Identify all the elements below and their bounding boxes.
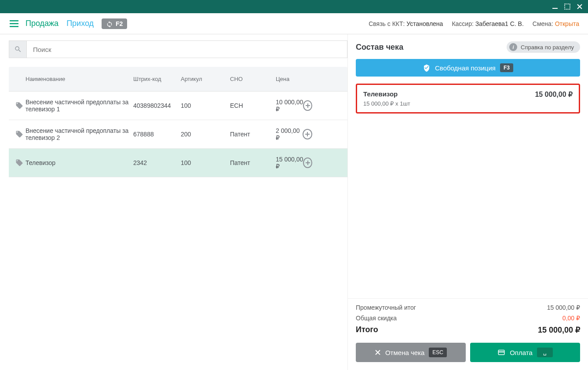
cancel-receipt-button[interactable]: Отмена чека ESC bbox=[356, 343, 466, 362]
table-row[interactable]: Внесение частичной предоплаты за телевиз… bbox=[9, 120, 347, 149]
pay-button[interactable]: Оплата ␣ bbox=[470, 343, 580, 362]
cell-name: Внесение частичной предоплаты за телевиз… bbox=[26, 99, 133, 113]
receipt-item-name: Телевизор bbox=[363, 90, 398, 98]
subtotal-value: 15 000,00 ₽ bbox=[547, 304, 580, 311]
cell-sno: Патент bbox=[230, 131, 276, 138]
help-button[interactable]: i Справка по разделу bbox=[507, 41, 580, 53]
info-icon: i bbox=[509, 43, 517, 51]
catalog-panel: Наименование Штрих-код Артикул СНО Цена … bbox=[0, 34, 347, 370]
add-item-button[interactable] bbox=[303, 129, 312, 139]
cell-sno: Патент bbox=[230, 159, 276, 166]
cell-article: 200 bbox=[181, 131, 230, 138]
add-item-button[interactable] bbox=[303, 158, 312, 168]
cell-barcode: 40389802344 bbox=[133, 102, 181, 109]
svg-rect-1 bbox=[565, 4, 570, 9]
window-titlebar bbox=[0, 0, 588, 13]
f3-key-badge: F3 bbox=[500, 63, 513, 72]
receipt-item[interactable]: Телевизор15 000,00 ₽15 000,00 ₽ х 1шт bbox=[356, 84, 580, 114]
close-icon[interactable] bbox=[577, 4, 583, 10]
status-cashier: Кассир: Забегаева1 С. В. bbox=[452, 20, 523, 27]
search-input[interactable] bbox=[26, 40, 347, 58]
svg-rect-5 bbox=[10, 23, 18, 24]
minimize-icon[interactable] bbox=[552, 4, 558, 10]
grand-total-label: Итого bbox=[356, 325, 378, 335]
f2-key-label: F2 bbox=[116, 20, 123, 27]
tag-icon bbox=[13, 159, 26, 167]
col-header-sno: СНО bbox=[230, 76, 276, 82]
add-item-button[interactable] bbox=[303, 100, 312, 111]
maximize-icon[interactable] bbox=[564, 4, 570, 10]
app-header: Продажа Приход F2 Связь с ККТ: Установле… bbox=[0, 13, 588, 34]
cell-sno: ЕСН bbox=[230, 102, 276, 109]
table-row[interactable]: Телевизор2342100Патент15 000,00 ₽ bbox=[9, 149, 347, 177]
discount-label: Общая скидка bbox=[356, 315, 397, 322]
cell-price: 15 000,00 ₽ bbox=[276, 156, 303, 170]
product-table: Наименование Штрих-код Артикул СНО Цена … bbox=[9, 67, 347, 177]
cell-name: Телевизор bbox=[26, 159, 133, 166]
esc-key-badge: ESC bbox=[429, 348, 447, 357]
free-position-button[interactable]: Свободная позиция F3 bbox=[356, 59, 580, 77]
receipt-title: Состав чека bbox=[356, 43, 403, 52]
receipt-panel: Состав чека i Справка по разделу Свободн… bbox=[347, 34, 588, 370]
grand-total-value: 15 000,00 ₽ bbox=[538, 325, 580, 335]
receipt-item-total: 15 000,00 ₽ bbox=[535, 90, 573, 99]
menu-icon[interactable] bbox=[9, 18, 19, 29]
cell-article: 100 bbox=[181, 102, 230, 109]
totals-block: Промежуточный итог 15 000,00 ₽ Общая ски… bbox=[348, 298, 588, 338]
svg-rect-16 bbox=[498, 352, 504, 352]
cell-barcode: 2342 bbox=[133, 159, 181, 166]
table-row[interactable]: Внесение частичной предоплаты за телевиз… bbox=[9, 92, 347, 120]
mode-switch-button[interactable]: F2 bbox=[102, 18, 127, 29]
tab-income[interactable]: Приход bbox=[66, 19, 94, 28]
col-header-barcode: Штрих-код bbox=[133, 76, 181, 82]
tab-sale[interactable]: Продажа bbox=[26, 19, 58, 28]
cell-name: Внесение частичной предоплаты за телевиз… bbox=[26, 127, 133, 141]
col-header-name: Наименование bbox=[26, 76, 133, 82]
table-header: Наименование Штрих-код Артикул СНО Цена bbox=[9, 67, 347, 92]
status-shift: Смена: Открыта bbox=[533, 20, 579, 27]
cell-price: 2 000,00 ₽ bbox=[276, 127, 303, 141]
cell-price: 10 000,00 ₽ bbox=[276, 99, 303, 113]
cell-barcode: 678888 bbox=[133, 131, 181, 138]
cell-article: 100 bbox=[181, 159, 230, 166]
svg-rect-0 bbox=[552, 8, 558, 9]
subtotal-label: Промежуточный итог bbox=[356, 304, 416, 311]
col-header-article: Артикул bbox=[181, 76, 230, 82]
space-key-badge: ␣ bbox=[537, 348, 553, 357]
search-icon[interactable] bbox=[9, 40, 26, 58]
tag-icon bbox=[13, 102, 26, 110]
tag-icon bbox=[13, 130, 26, 138]
col-header-price: Цена bbox=[276, 76, 347, 82]
status-kkt: Связь с ККТ: Установлена bbox=[369, 20, 443, 27]
discount-value: 0,00 ₽ bbox=[562, 315, 580, 322]
svg-rect-4 bbox=[10, 20, 18, 22]
receipt-item-sub: 15 000,00 ₽ х 1шт bbox=[363, 100, 573, 107]
svg-rect-6 bbox=[10, 26, 18, 27]
